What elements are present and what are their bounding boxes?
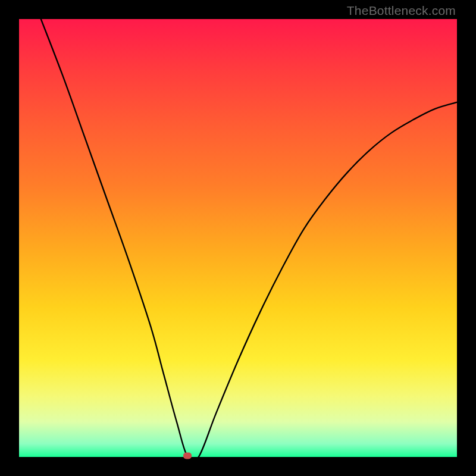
plot-area xyxy=(19,19,457,457)
watermark-text: TheBottleneck.com xyxy=(347,4,456,18)
bottleneck-curve xyxy=(19,19,457,457)
chart-frame: TheBottleneck.com xyxy=(0,0,476,476)
minimum-marker xyxy=(183,453,192,459)
